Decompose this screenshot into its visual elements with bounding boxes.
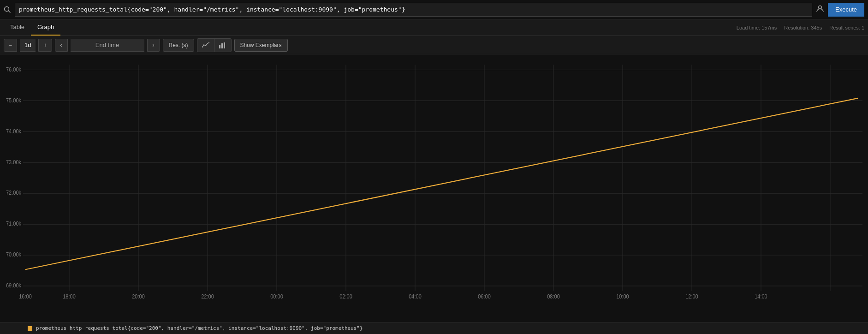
bar-chart-icon (219, 42, 226, 48)
svg-text:04:00: 04:00 (409, 293, 422, 299)
chart-svg: 76.00k 75.00k 74.00k 73.00k 72.00k 71.00… (0, 54, 868, 322)
tab-graph[interactable]: Graph (31, 19, 60, 36)
svg-point-0 (5, 6, 9, 11)
time-next-button[interactable]: › (147, 39, 160, 52)
legend: prometheus_http_requests_total{code="200… (0, 322, 868, 334)
svg-text:71.00k: 71.00k (6, 221, 21, 227)
top-bar: Execute (0, 0, 868, 19)
svg-text:73.00k: 73.00k (6, 159, 21, 165)
bar-chart-button[interactable] (214, 39, 231, 52)
resolution-button[interactable]: Res. (s) (163, 39, 194, 52)
svg-text:22:00: 22:00 (201, 293, 214, 299)
svg-text:20:00: 20:00 (132, 293, 145, 299)
chart-type-group (197, 38, 232, 52)
svg-line-1 (9, 11, 11, 12)
chart-area: 76.00k 75.00k 74.00k 73.00k 72.00k 71.00… (0, 54, 868, 322)
tab-table[interactable]: Table (4, 19, 31, 36)
resolution: Resolution: 345s (784, 25, 822, 30)
svg-text:69.00k: 69.00k (6, 282, 21, 289)
controls-row: − 1d + ‹ End time › Res. (s) Show Exempl… (0, 36, 868, 54)
end-time-display[interactable]: End time (71, 39, 144, 52)
svg-text:00:00: 00:00 (270, 293, 283, 299)
svg-text:14:00: 14:00 (755, 293, 767, 299)
svg-rect-3 (219, 45, 220, 48)
svg-text:72.00k: 72.00k (6, 190, 21, 196)
person-icon (816, 5, 824, 15)
svg-text:76.00k: 76.00k (6, 66, 21, 72)
svg-text:18:00: 18:00 (63, 293, 76, 299)
svg-text:02:00: 02:00 (339, 293, 352, 299)
legend-color-box (28, 326, 32, 331)
duration-display: 1d (20, 39, 36, 52)
query-input[interactable] (15, 3, 812, 17)
load-time: Load time: 157ms (737, 25, 777, 30)
time-prev-button[interactable]: ‹ (55, 39, 68, 52)
svg-text:12:00: 12:00 (685, 293, 698, 299)
result-series: Result series: 1 (829, 25, 864, 30)
svg-text:06:00: 06:00 (478, 293, 491, 299)
main-content: Table Graph Load time: 157ms Resolution:… (0, 19, 868, 334)
legend-label: prometheus_http_requests_total{code="200… (36, 325, 363, 331)
svg-text:10:00: 10:00 (616, 293, 629, 299)
svg-text:08:00: 08:00 (547, 293, 560, 299)
chart-line (25, 98, 858, 269)
show-exemplars-button[interactable]: Show Exemplars (234, 39, 288, 52)
svg-rect-5 (224, 42, 225, 48)
line-chart-icon (202, 42, 209, 48)
svg-text:16:00: 16:00 (19, 293, 32, 299)
search-icon (4, 6, 11, 13)
meta-info: Load time: 157ms Resolution: 345s Result… (737, 25, 864, 30)
svg-text:74.00k: 74.00k (6, 128, 21, 134)
execute-button[interactable]: Execute (828, 3, 864, 17)
decrease-duration-button[interactable]: − (4, 39, 17, 52)
tabs-row: Table Graph Load time: 157ms Resolution:… (0, 19, 868, 36)
svg-rect-4 (221, 43, 223, 48)
svg-text:70.00k: 70.00k (6, 251, 21, 258)
tabs-left: Table Graph (4, 19, 60, 36)
increase-duration-button[interactable]: + (38, 39, 52, 52)
line-chart-button[interactable] (197, 39, 214, 52)
svg-text:75.00k: 75.00k (6, 97, 21, 103)
